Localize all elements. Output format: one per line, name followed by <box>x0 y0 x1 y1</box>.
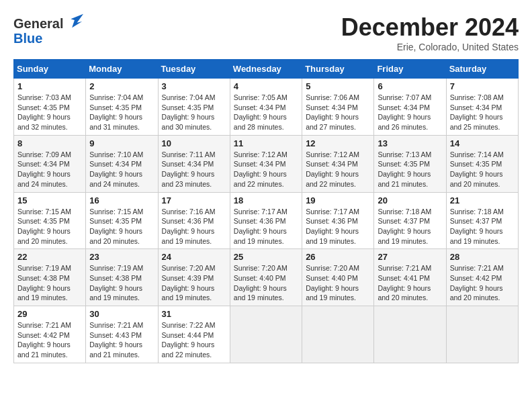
day-info: Sunrise: 7:09 AMSunset: 4:34 PMDaylight:… <box>17 150 82 189</box>
day-number: 26 <box>306 252 370 262</box>
calendar-cell <box>302 306 374 363</box>
day-info: Sunrise: 7:19 AMSunset: 4:38 PMDaylight:… <box>89 263 154 303</box>
day-number: 29 <box>17 309 82 319</box>
day-number: 17 <box>162 195 226 205</box>
calendar-cell: 16 Sunrise: 7:15 AMSunset: 4:35 PMDaylig… <box>86 192 158 249</box>
day-number: 4 <box>234 81 298 91</box>
day-number: 28 <box>450 252 515 262</box>
day-info: Sunrise: 7:18 AMSunset: 4:37 PMDaylight:… <box>450 207 515 246</box>
day-info: Sunrise: 7:19 AMSunset: 4:38 PMDaylight:… <box>17 263 82 303</box>
day-header-saturday: Saturday <box>446 60 518 79</box>
calendar-table: SundayMondayTuesdayWednesdayThursdayFrid… <box>13 59 519 363</box>
day-number: 19 <box>306 195 370 205</box>
day-info: Sunrise: 7:08 AMSunset: 4:34 PMDaylight:… <box>450 93 515 132</box>
day-header-friday: Friday <box>374 60 446 79</box>
calendar-cell: 23 Sunrise: 7:19 AMSunset: 4:38 PMDaylig… <box>86 249 158 306</box>
calendar-week-3: 15 Sunrise: 7:15 AMSunset: 4:35 PMDaylig… <box>14 192 519 249</box>
page-header: General Blue December 2024 Erie, Colorad… <box>13 13 519 52</box>
day-number: 7 <box>450 81 515 91</box>
day-number: 2 <box>89 81 154 91</box>
day-info: Sunrise: 7:15 AMSunset: 4:35 PMDaylight:… <box>89 207 154 246</box>
day-number: 15 <box>17 195 82 205</box>
day-info: Sunrise: 7:20 AMSunset: 4:40 PMDaylight:… <box>234 263 298 303</box>
calendar-cell: 28 Sunrise: 7:21 AMSunset: 4:42 PMDaylig… <box>446 249 518 306</box>
calendar-cell: 30 Sunrise: 7:21 AMSunset: 4:43 PMDaylig… <box>86 306 158 363</box>
calendar-cell: 10 Sunrise: 7:11 AMSunset: 4:34 PMDaylig… <box>158 135 230 192</box>
day-info: Sunrise: 7:04 AMSunset: 4:35 PMDaylight:… <box>89 93 154 132</box>
day-info: Sunrise: 7:20 AMSunset: 4:39 PMDaylight:… <box>162 263 226 303</box>
calendar-cell: 4 Sunrise: 7:05 AMSunset: 4:34 PMDayligh… <box>230 79 302 136</box>
calendar-cell: 14 Sunrise: 7:14 AMSunset: 4:35 PMDaylig… <box>446 135 518 192</box>
day-info: Sunrise: 7:21 AMSunset: 4:42 PMDaylight:… <box>450 263 515 303</box>
day-info: Sunrise: 7:21 AMSunset: 4:42 PMDaylight:… <box>17 320 82 360</box>
day-header-wednesday: Wednesday <box>230 60 302 79</box>
calendar-cell: 3 Sunrise: 7:04 AMSunset: 4:35 PMDayligh… <box>158 79 230 136</box>
calendar-cell <box>374 306 446 363</box>
day-number: 20 <box>378 195 442 205</box>
calendar-cell: 25 Sunrise: 7:20 AMSunset: 4:40 PMDaylig… <box>230 249 302 306</box>
calendar-cell: 7 Sunrise: 7:08 AMSunset: 4:34 PMDayligh… <box>446 79 518 136</box>
day-info: Sunrise: 7:14 AMSunset: 4:35 PMDaylight:… <box>450 150 515 189</box>
day-number: 31 <box>162 309 226 319</box>
day-info: Sunrise: 7:12 AMSunset: 4:34 PMDaylight:… <box>234 150 298 189</box>
day-number: 16 <box>89 195 154 205</box>
day-number: 25 <box>234 252 298 262</box>
day-info: Sunrise: 7:13 AMSunset: 4:35 PMDaylight:… <box>378 150 442 189</box>
day-number: 3 <box>162 81 226 91</box>
location-text: Erie, Colorado, United States <box>341 42 519 52</box>
day-number: 13 <box>378 138 442 148</box>
calendar-header-row: SundayMondayTuesdayWednesdayThursdayFrid… <box>14 60 519 79</box>
day-info: Sunrise: 7:06 AMSunset: 4:34 PMDaylight:… <box>306 93 370 132</box>
day-number: 10 <box>162 138 226 148</box>
day-info: Sunrise: 7:10 AMSunset: 4:34 PMDaylight:… <box>89 150 154 189</box>
calendar-cell: 31 Sunrise: 7:22 AMSunset: 4:44 PMDaylig… <box>158 306 230 363</box>
calendar-cell: 11 Sunrise: 7:12 AMSunset: 4:34 PMDaylig… <box>230 135 302 192</box>
calendar-cell: 5 Sunrise: 7:06 AMSunset: 4:34 PMDayligh… <box>302 79 374 136</box>
day-info: Sunrise: 7:07 AMSunset: 4:34 PMDaylight:… <box>378 93 442 132</box>
day-number: 12 <box>306 138 370 148</box>
day-number: 14 <box>450 138 515 148</box>
calendar-week-4: 22 Sunrise: 7:19 AMSunset: 4:38 PMDaylig… <box>14 249 519 306</box>
title-area: December 2024 Erie, Colorado, United Sta… <box>341 13 519 52</box>
day-number: 5 <box>306 81 370 91</box>
calendar-cell: 29 Sunrise: 7:21 AMSunset: 4:42 PMDaylig… <box>14 306 86 363</box>
day-info: Sunrise: 7:21 AMSunset: 4:41 PMDaylight:… <box>378 263 442 303</box>
calendar-cell: 17 Sunrise: 7:16 AMSunset: 4:36 PMDaylig… <box>158 192 230 249</box>
calendar-cell: 21 Sunrise: 7:18 AMSunset: 4:37 PMDaylig… <box>446 192 518 249</box>
calendar-week-1: 1 Sunrise: 7:03 AMSunset: 4:35 PMDayligh… <box>14 79 519 136</box>
day-header-sunday: Sunday <box>14 60 86 79</box>
day-number: 30 <box>89 309 154 319</box>
calendar-cell: 1 Sunrise: 7:03 AMSunset: 4:35 PMDayligh… <box>14 79 86 136</box>
calendar-cell <box>446 306 518 363</box>
calendar-cell: 27 Sunrise: 7:21 AMSunset: 4:41 PMDaylig… <box>374 249 446 306</box>
day-number: 22 <box>17 252 82 262</box>
day-info: Sunrise: 7:16 AMSunset: 4:36 PMDaylight:… <box>162 207 226 246</box>
day-info: Sunrise: 7:21 AMSunset: 4:43 PMDaylight:… <box>89 320 154 360</box>
calendar-cell <box>230 306 302 363</box>
calendar-cell: 8 Sunrise: 7:09 AMSunset: 4:34 PMDayligh… <box>14 135 86 192</box>
calendar-cell: 20 Sunrise: 7:18 AMSunset: 4:37 PMDaylig… <box>374 192 446 249</box>
day-info: Sunrise: 7:20 AMSunset: 4:40 PMDaylight:… <box>306 263 370 303</box>
logo-bird-icon <box>64 13 83 28</box>
day-number: 8 <box>17 138 82 148</box>
day-info: Sunrise: 7:18 AMSunset: 4:37 PMDaylight:… <box>378 207 442 246</box>
day-info: Sunrise: 7:03 AMSunset: 4:35 PMDaylight:… <box>17 93 82 132</box>
svg-marker-0 <box>71 14 84 28</box>
calendar-cell: 24 Sunrise: 7:20 AMSunset: 4:39 PMDaylig… <box>158 249 230 306</box>
calendar-cell: 2 Sunrise: 7:04 AMSunset: 4:35 PMDayligh… <box>86 79 158 136</box>
day-header-monday: Monday <box>86 60 158 79</box>
calendar-cell: 22 Sunrise: 7:19 AMSunset: 4:38 PMDaylig… <box>14 249 86 306</box>
day-info: Sunrise: 7:05 AMSunset: 4:34 PMDaylight:… <box>234 93 298 132</box>
day-info: Sunrise: 7:22 AMSunset: 4:44 PMDaylight:… <box>162 320 226 360</box>
day-number: 23 <box>89 252 154 262</box>
day-info: Sunrise: 7:04 AMSunset: 4:35 PMDaylight:… <box>162 93 226 132</box>
day-header-thursday: Thursday <box>302 60 374 79</box>
day-number: 21 <box>450 195 515 205</box>
day-number: 18 <box>234 195 298 205</box>
calendar-cell: 26 Sunrise: 7:20 AMSunset: 4:40 PMDaylig… <box>302 249 374 306</box>
day-number: 27 <box>378 252 442 262</box>
calendar-week-5: 29 Sunrise: 7:21 AMSunset: 4:42 PMDaylig… <box>14 306 519 363</box>
calendar-cell: 13 Sunrise: 7:13 AMSunset: 4:35 PMDaylig… <box>374 135 446 192</box>
day-info: Sunrise: 7:11 AMSunset: 4:34 PMDaylight:… <box>162 150 226 189</box>
calendar-cell: 18 Sunrise: 7:17 AMSunset: 4:36 PMDaylig… <box>230 192 302 249</box>
